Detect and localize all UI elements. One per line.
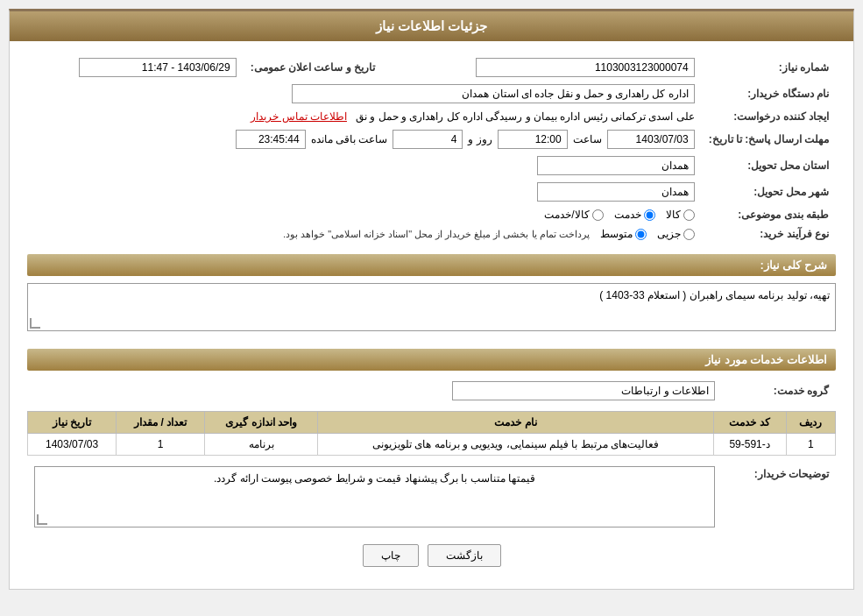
services-section-title: اطلاعات خدمات مورد نیاز (27, 349, 836, 371)
radio-motavassed-input[interactable] (635, 229, 647, 240)
need-desc-label: شرح کلی نیاز: (760, 258, 827, 272)
row-province: استان محل تحویل: (27, 152, 836, 179)
service-group-table: گروه خدمت: (27, 378, 836, 404)
buyer-desc-text: قیمتها متناسب با برگ پیشنهاد قیمت و شرای… (35, 467, 714, 490)
need-desc-value: تهیه، تولید برنامه سیمای راهبران ( استعل… (28, 284, 835, 307)
deadline-time-input[interactable] (498, 130, 568, 149)
row-purchase-type: نوع فرآیند خرید: جزیی متوسط پرداخت ت (27, 224, 836, 244)
th-quantity: تعداد / مقدار (117, 412, 205, 434)
province-label: استان محل تحویل: (702, 152, 836, 179)
deadline-days-input[interactable] (393, 130, 463, 149)
radio-khedmat-label: خدمت (614, 209, 641, 221)
th-row: ردیف (786, 412, 835, 434)
cell-unit: برنامه (205, 434, 318, 456)
radio-kala-khedmat[interactable]: کالا/خدمت (544, 209, 603, 221)
radio-khedmat-input[interactable] (644, 209, 655, 221)
main-card: جزئیات اطلاعات نیاز شماره نیاز: تاریخ و … (9, 9, 854, 590)
row-city: شهر محل تحویل: (27, 179, 836, 205)
category-options: کالا خدمت کالا/خدمت (27, 205, 702, 224)
button-bar: بازگشت چاپ (27, 544, 836, 576)
services-label: اطلاعات خدمات مورد نیاز (705, 353, 827, 366)
purchase-note: پرداخت تمام یا بخشی از مبلغ خریدار از مح… (283, 229, 590, 240)
buyer-desc-wrapper: قیمتها متناسب با برگ پیشنهاد قیمت و شرای… (34, 466, 715, 527)
print-button[interactable]: چاپ (363, 544, 419, 567)
deadline-remaining-input[interactable] (236, 130, 306, 149)
th-unit: واحد اندازه گیری (205, 412, 318, 434)
cell-date: 1403/07/03 (28, 434, 117, 456)
cell-code: د-591-59 (713, 434, 786, 456)
province-input[interactable] (537, 156, 695, 175)
need-desc-container: تهیه، تولید برنامه سیمای راهبران ( استعل… (27, 283, 836, 338)
th-code: کد خدمت (713, 412, 786, 434)
city-input[interactable] (537, 182, 695, 202)
deadline-time-label: ساعت (573, 133, 602, 145)
province-value (27, 152, 702, 179)
services-table-header: ردیف کد خدمت نام خدمت واحد اندازه گیری ت… (28, 412, 836, 434)
card-header: جزئیات اطلاعات نیاز (10, 11, 853, 41)
buyer-desc-resize[interactable] (37, 514, 47, 525)
need-number-label: شماره نیاز: (702, 54, 836, 81)
buyer-org-label: نام دستگاه خریدار: (702, 81, 836, 107)
radio-kala-input[interactable] (683, 209, 695, 221)
deadline-remaining-label: ساعت باقی مانده (311, 133, 388, 145)
deadline-label: مهلت ارسال پاسخ: تا تاریخ: (702, 126, 836, 152)
resize-handle[interactable] (30, 318, 40, 329)
city-value (27, 179, 702, 205)
radio-kala-khedmat-label: کالا/خدمت (544, 209, 589, 221)
cell-quantity: 1 (117, 434, 205, 456)
table-row: 1 د-591-59 فعالیت‌های مرتبط با فیلم سینم… (28, 434, 836, 456)
service-group-label: گروه خدمت: (722, 378, 836, 404)
buyer-desc-table: توضیحات خریدار: قیمتها متناسب با برگ پیش… (27, 463, 836, 531)
need-number-value (408, 54, 702, 81)
need-desc-wrapper: تهیه، تولید برنامه سیمای راهبران ( استعل… (27, 283, 836, 331)
th-name: نام خدمت (318, 412, 713, 434)
radio-khedmat[interactable]: خدمت (614, 209, 655, 221)
announcement-date-input[interactable] (79, 58, 237, 77)
buyer-desc-value: قیمتها متناسب با برگ پیشنهاد قیمت و شرای… (27, 463, 722, 531)
radio-kala-khedmat-input[interactable] (592, 209, 604, 221)
category-label: طبقه بندی موضوعی: (702, 205, 836, 224)
service-group-value (27, 378, 722, 404)
page-wrapper: جزئیات اطلاعات نیاز شماره نیاز: تاریخ و … (0, 0, 863, 616)
buyer-org-value (27, 81, 702, 107)
service-group-input[interactable] (452, 381, 715, 400)
radio-jozi[interactable]: جزیی (657, 228, 695, 240)
need-desc-section-title: شرح کلی نیاز: (27, 254, 836, 276)
info-table: شماره نیاز: تاریخ و ساعت اعلان عمومی: نا… (27, 54, 836, 244)
announcement-date-label: تاریخ و ساعت اعلان عمومی: (244, 54, 382, 81)
service-group-row: گروه خدمت: (27, 378, 836, 404)
back-button[interactable]: بازگشت (428, 544, 501, 567)
city-label: شهر محل تحویل: (702, 179, 836, 205)
purchase-type-label: نوع فرآیند خرید: (702, 224, 836, 244)
radio-kala-label: کالا (666, 209, 681, 221)
deadline-date-input[interactable] (607, 130, 695, 149)
page-title: جزئیات اطلاعات نیاز (376, 18, 487, 33)
deadline-row: ساعت روز و ساعت باقی مانده (27, 126, 702, 152)
buyer-org-input[interactable] (292, 84, 695, 103)
requester-name: علی اسدی ترکمانی رئیس اداره بیمان و رسید… (356, 110, 695, 123)
radio-jozi-label: جزیی (657, 228, 681, 240)
radio-motavassed[interactable]: متوسط (600, 228, 647, 240)
row-buyer-org: نام دستگاه خریدار: (27, 81, 836, 107)
th-date: تاریخ نیاز (28, 412, 117, 434)
radio-jozi-input[interactable] (683, 229, 695, 240)
row-requester: ایجاد کننده درخواست: علی اسدی ترکمانی رئ… (27, 107, 836, 126)
purchase-type-value: جزیی متوسط پرداخت تمام یا بخشی از مبلغ خ… (27, 224, 702, 244)
radio-motavassed-label: متوسط (600, 228, 633, 240)
cell-row: 1 (786, 434, 835, 456)
requester-label: ایجاد کننده درخواست: (702, 107, 836, 126)
radio-kala[interactable]: کالا (666, 209, 695, 221)
cell-name: فعالیت‌های مرتبط با فیلم سینمایی، ویدیوی… (318, 434, 713, 456)
deadline-days-label: روز و (468, 133, 492, 145)
row-need-number: شماره نیاز: تاریخ و ساعت اعلان عمومی: (27, 54, 836, 81)
announcement-date-value (27, 54, 244, 81)
contact-link[interactable]: اطلاعات تماس خریدار (251, 110, 347, 123)
card-body: شماره نیاز: تاریخ و ساعت اعلان عمومی: نا… (10, 41, 853, 589)
services-table: ردیف کد خدمت نام خدمت واحد اندازه گیری ت… (27, 411, 836, 456)
buyer-desc-label: توضیحات خریدار: (722, 463, 836, 531)
row-category: طبقه بندی موضوعی: کالا خدمت (27, 205, 836, 224)
need-number-input[interactable] (476, 58, 695, 77)
row-deadline: مهلت ارسال پاسخ: تا تاریخ: ساعت روز و سا… (27, 126, 836, 152)
buyer-desc-row: توضیحات خریدار: قیمتها متناسب با برگ پیش… (27, 463, 836, 531)
requester-value: علی اسدی ترکمانی رئیس اداره بیمان و رسید… (27, 107, 702, 126)
